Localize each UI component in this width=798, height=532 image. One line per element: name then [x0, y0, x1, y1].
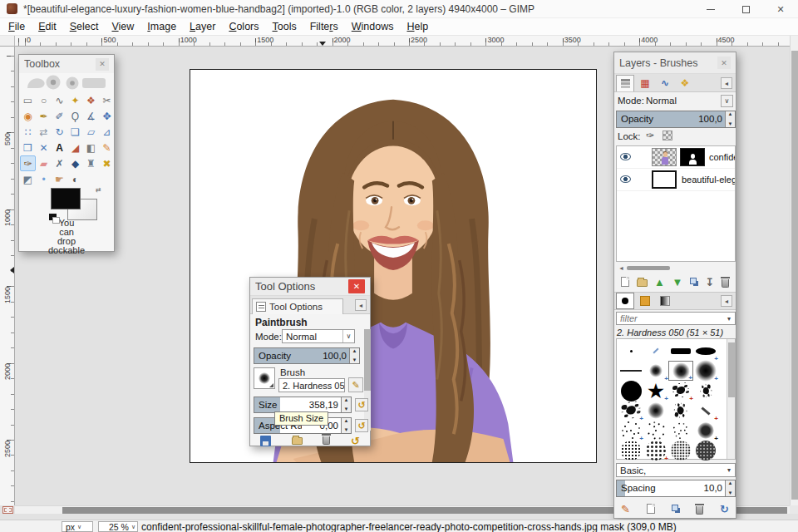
tool-move[interactable]: ✥ [99, 108, 115, 124]
tab-layers[interactable] [616, 75, 634, 91]
layer-mode-dropdown[interactable]: ∨ [721, 95, 733, 107]
layer-list-scroll-thumb[interactable] [627, 266, 670, 270]
layer-opacity-spinner[interactable]: ▲▼ [725, 111, 735, 127]
tool-gradient[interactable]: ◧ [83, 140, 99, 155]
layer-visibility-eye[interactable] [620, 153, 631, 160]
tool-eraser[interactable]: ▰ [36, 155, 52, 171]
brush-sliver-small[interactable] [643, 341, 668, 361]
raise-layer-button[interactable]: ▲ [654, 277, 665, 288]
opacity-spinner[interactable]: ▲▼ [349, 348, 359, 363]
refresh-brushes-button[interactable]: ↻ [720, 504, 729, 515]
brush-filter-combo[interactable]: ▾ [616, 312, 736, 325]
filter-dropdown-icon[interactable]: ▾ [723, 315, 735, 323]
tool-smudge[interactable]: ☛ [52, 171, 67, 187]
tab-brushes-list[interactable] [616, 293, 634, 309]
edit-brush-button[interactable]: ✎ [621, 504, 630, 515]
toolbox-close-button[interactable]: ✕ [96, 58, 109, 71]
tool-scale[interactable]: ❏ [67, 124, 83, 140]
brush-filter-input[interactable] [617, 313, 723, 323]
tool-options-close-button[interactable]: ✕ [348, 279, 365, 293]
layer-opacity-slider[interactable]: Opacity 100,0 ▲▼ [616, 111, 736, 128]
opacity-slider[interactable]: Opacity 100,0 ▲▼ [254, 347, 360, 364]
tool-scissors-select[interactable]: ✂ [99, 92, 115, 108]
tab-tool-options[interactable]: Tool Options [252, 298, 343, 314]
aspect-spinner[interactable]: ▲▼ [341, 418, 351, 433]
anchor-layer-button[interactable]: ↧ [705, 277, 714, 288]
save-options-button[interactable] [260, 436, 271, 446]
tool-handle-transform[interactable]: ✕ [36, 140, 52, 155]
canvas-vertical-scrollbar[interactable] [790, 36, 798, 505]
brush-sparks-02[interactable] [643, 421, 668, 441]
lock-pixels-icon[interactable]: ✑ [646, 130, 654, 141]
tool-blur-sharpen[interactable]: • [36, 171, 52, 187]
brush-star[interactable]: + [643, 381, 668, 401]
foreground-color-swatch[interactable] [51, 188, 81, 209]
duplicate-brush-button[interactable] [672, 505, 678, 511]
layer-name[interactable]: confide [709, 152, 736, 162]
menu-help[interactable]: Help [400, 19, 435, 34]
tool-shear[interactable]: ▱ [83, 124, 99, 140]
menu-filters[interactable]: Filters [303, 19, 345, 34]
default-colors-icon[interactable] [49, 214, 57, 220]
tool-rotate[interactable]: ↻ [52, 124, 67, 140]
menu-colors[interactable]: Colors [222, 19, 265, 34]
ruler-origin-button[interactable] [0, 36, 15, 47]
zoom-combo[interactable]: 25 % ∨ [98, 521, 138, 532]
tool-flip[interactable]: ⇄ [36, 124, 52, 140]
tab-channels[interactable]: ▦ [636, 75, 654, 91]
vertical-scroll-thumb[interactable] [791, 51, 798, 500]
layer-list-scrollbar[interactable]: ◄ [616, 264, 736, 272]
tool-select-by-color[interactable]: ❖ [83, 92, 99, 108]
tool-measure[interactable]: ∡ [83, 108, 99, 124]
brush-hardness-075[interactable]: + [693, 361, 718, 381]
menu-windows[interactable]: Windows [345, 19, 401, 34]
tool-pencil[interactable]: ✎ [99, 140, 115, 155]
tab-patterns[interactable] [636, 293, 654, 309]
lower-layer-button[interactable]: ▼ [672, 277, 683, 288]
brush-texture-04[interactable] [693, 441, 718, 461]
layer-visibility-eye[interactable] [620, 175, 631, 183]
tool-options-titlebar[interactable]: Tool Options ✕ [250, 278, 370, 296]
tool-dodge-burn[interactable]: ◐ [67, 171, 83, 187]
layer-thumbnail[interactable] [652, 170, 677, 189]
swap-colors-icon[interactable]: ⇄ [96, 186, 101, 194]
brush-group-combo[interactable]: Basic, ▾ [616, 463, 736, 477]
layer-mode-value[interactable]: Normal [646, 96, 677, 106]
brush-ellipse[interactable]: + [693, 341, 718, 361]
reset-options-button[interactable]: ↺ [351, 435, 360, 447]
tool-heal[interactable]: ✖ [99, 155, 115, 171]
menu-file[interactable]: File [2, 19, 32, 34]
tool-perspective[interactable]: ⊿ [99, 124, 115, 140]
spacing-slider[interactable]: Spacing 10,0 ▲▼ [616, 480, 736, 497]
brush-sparks-01[interactable]: + [618, 421, 643, 441]
scroll-left-icon[interactable]: ◄ [618, 265, 624, 271]
spacing-spinner[interactable]: ▲▼ [725, 480, 735, 496]
brush-acrylic-03[interactable]: + [618, 401, 643, 421]
brush-sparks-03[interactable] [668, 421, 693, 441]
tool-ellipse-select[interactable]: ○ [36, 92, 52, 108]
layer-thumbnail[interactable] [652, 148, 677, 166]
menu-tools[interactable]: Tools [266, 19, 303, 34]
restore-options-button[interactable] [292, 437, 303, 445]
duplicate-layer-button[interactable] [690, 278, 697, 284]
edit-brush-button[interactable]: ✎ [348, 377, 363, 392]
tool-text[interactable]: A [52, 140, 67, 155]
tool-options-scroll-thumb[interactable] [364, 329, 371, 391]
tool-free-select[interactable]: ∿ [52, 92, 67, 108]
tool-paintbrush[interactable]: ✑ [20, 155, 36, 171]
tool-perspective-clone[interactable]: ◩ [20, 171, 36, 187]
brush-chalk[interactable]: + [693, 421, 718, 441]
toolbox-titlebar[interactable]: Toolbox ✕ [19, 55, 114, 73]
layer-row-background[interactable]: beautiful-elega [617, 169, 735, 191]
tool-foreground-select[interactable]: ◉ [20, 108, 36, 124]
tool-unified-transform[interactable]: ❒ [20, 140, 36, 155]
brush-preview-button[interactable] [254, 367, 275, 389]
tab-brushes[interactable]: ❖ [676, 75, 694, 91]
menu-view[interactable]: View [105, 19, 140, 34]
menu-layer[interactable]: Layer [183, 19, 222, 34]
horizontal-ruler[interactable]: 050010001500200025003000350040004500 [15, 36, 790, 47]
reset-aspect-button[interactable]: ↺ [355, 419, 368, 432]
brush-grid-scroll-thumb[interactable] [728, 342, 735, 397]
layers-close-button[interactable]: ✕ [717, 57, 731, 69]
brush-hardness-100[interactable] [618, 381, 643, 401]
